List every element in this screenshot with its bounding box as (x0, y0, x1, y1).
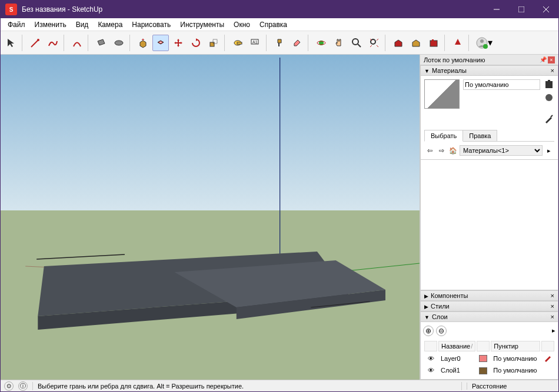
pin-icon[interactable]: 📌 (540, 56, 547, 63)
layer-dashes[interactable]: По умолчанию (491, 353, 540, 364)
window-title: Без названия - SketchUp (22, 5, 484, 14)
menu-edit[interactable]: Изменить (30, 19, 71, 30)
panel-close-icon[interactable]: × (551, 303, 554, 310)
rectangle-tool[interactable] (93, 35, 109, 51)
circle-tool[interactable] (111, 35, 127, 51)
tab-select[interactable]: Выбрать (424, 130, 463, 142)
freehand-tool[interactable] (45, 35, 61, 51)
nav-home-icon[interactable]: 🏠 (448, 145, 458, 156)
app-icon: S (5, 4, 17, 15)
addlocation-tool[interactable] (450, 35, 466, 51)
separator (444, 35, 447, 51)
pan-tool[interactable] (331, 35, 347, 51)
nav-forward-icon[interactable]: ⇨ (436, 145, 447, 156)
viewport[interactable] (1, 55, 420, 380)
sample-paint-icon[interactable] (544, 113, 554, 125)
close-button[interactable] (534, 1, 558, 18)
layer-visible-icon[interactable]: 👁 (427, 367, 435, 374)
layer-name[interactable]: Слой1 (438, 366, 475, 376)
eraser-tool[interactable] (289, 35, 305, 51)
menubar: Файл Изменить Вид Камера Нарисовать Инст… (1, 18, 558, 31)
add-layer-button[interactable]: ⊕ (423, 326, 434, 336)
toolbar: A1 ▾ (1, 31, 558, 55)
panel-close-icon[interactable]: × (551, 67, 554, 74)
credits-icon[interactable]: ⓘ (18, 381, 28, 391)
warehouse-tool[interactable] (390, 35, 407, 51)
components-panel-header[interactable]: ▶Компоненты × (420, 290, 558, 301)
separator (266, 35, 269, 51)
styles-label: Стили (431, 303, 450, 310)
col-dashes[interactable]: Пунктир (491, 341, 540, 351)
layer-color-swatch[interactable] (479, 367, 487, 374)
tape-tool[interactable] (229, 35, 246, 51)
scale-tool[interactable] (205, 35, 222, 51)
layers-label: Слои (432, 313, 448, 320)
nav-menu-icon[interactable]: ▸ (544, 145, 554, 156)
separator (308, 35, 311, 51)
nav-back-icon[interactable]: ⇦ (424, 145, 435, 156)
default-material-icon[interactable] (544, 92, 554, 103)
menu-view[interactable]: Вид (71, 19, 94, 30)
materials-grid[interactable] (420, 160, 558, 290)
user-button[interactable]: ▾ (474, 35, 495, 51)
material-name-input[interactable] (463, 79, 540, 90)
line-tool[interactable] (27, 35, 44, 51)
materials-panel-body: Выбрать Правка ⇦ ⇨ 🏠 Материалы<1> ▸ (420, 76, 558, 160)
materials-collection-select[interactable]: Материалы<1> (460, 145, 543, 156)
remove-layer-button[interactable]: ⊖ (436, 326, 447, 336)
geolocation-icon[interactable]: ⊙ (4, 381, 14, 391)
menu-file[interactable]: Файл (3, 19, 30, 30)
warehouse-models-tool[interactable] (408, 35, 424, 51)
expand-arrow-icon: ▶ (424, 304, 428, 310)
minimize-button[interactable] (484, 1, 509, 18)
collapse-arrow-icon: ▼ (424, 68, 430, 74)
material-preview-swatch[interactable] (424, 79, 460, 109)
svg-rect-1 (518, 6, 524, 12)
maximize-button[interactable] (509, 1, 534, 18)
pencil-icon (544, 354, 552, 362)
rotate-tool[interactable] (188, 35, 204, 51)
offset-tool[interactable] (152, 35, 169, 51)
select-tool[interactable] (3, 35, 19, 51)
menu-draw[interactable]: Нарисовать (127, 19, 175, 30)
panel-close-icon[interactable]: × (551, 313, 554, 320)
tray-title: Лоток по умолчанию (424, 56, 485, 63)
layer-dashes[interactable]: По умолчанию (491, 366, 540, 376)
text-tool[interactable]: A1 (247, 35, 264, 51)
paint-tool[interactable] (271, 35, 288, 51)
measurement-label: Расстояние (467, 383, 555, 390)
separator (22, 35, 25, 51)
extensions-tool[interactable] (425, 35, 442, 51)
menu-tools[interactable]: Инструменты (175, 19, 229, 30)
separator (468, 35, 471, 51)
zoom-tool[interactable] (348, 35, 365, 51)
zoom-extents-tool[interactable] (366, 35, 382, 51)
col-name[interactable]: Название / (438, 341, 475, 351)
menu-camera[interactable]: Камера (93, 19, 127, 30)
tray-close-button[interactable]: × (548, 56, 555, 63)
layer-row[interactable]: 👁 Layer0 По умолчанию (424, 353, 554, 364)
separator (385, 35, 388, 51)
arc-tool[interactable] (69, 35, 85, 51)
layer-row[interactable]: 👁 Слой1 По умолчанию (424, 366, 554, 376)
tab-edit[interactable]: Правка (462, 130, 497, 141)
move-tool[interactable] (170, 35, 187, 51)
menu-help[interactable]: Справка (255, 19, 292, 30)
menu-window[interactable]: Окно (229, 19, 255, 30)
orbit-tool[interactable] (313, 35, 330, 51)
side-panel: Лоток по умолчанию 📌 × ▼Материалы × (420, 55, 558, 380)
svg-line-15 (358, 44, 361, 47)
panel-close-icon[interactable]: × (551, 292, 554, 299)
create-material-icon[interactable] (544, 79, 554, 90)
separator (88, 35, 91, 51)
pushpull-tool[interactable] (135, 35, 151, 51)
styles-panel-header[interactable]: ▶Стили × (420, 301, 558, 311)
layer-name[interactable]: Layer0 (438, 353, 475, 364)
materials-panel-header[interactable]: ▼Материалы × (420, 65, 558, 76)
layers-panel-header[interactable]: ▼Слои × (420, 311, 558, 322)
layers-panel-body: ⊕ ⊖ ▸ Название / Пунктир 👁 Layer0 По ум (420, 322, 558, 380)
svg-point-14 (352, 39, 358, 45)
layer-color-swatch[interactable] (479, 355, 487, 362)
layers-menu-icon[interactable]: ▸ (552, 327, 555, 334)
layer-visible-icon[interactable]: 👁 (427, 355, 435, 362)
